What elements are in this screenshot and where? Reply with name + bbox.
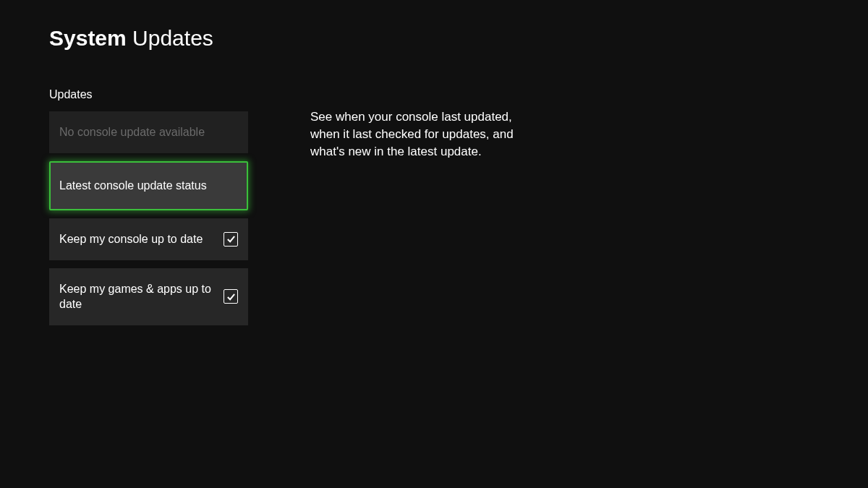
checkmark-icon <box>226 234 236 244</box>
keep-console-up-to-date-label: Keep my console up to date <box>59 231 224 247</box>
system-updates-page: System Updates Updates No console update… <box>0 0 868 359</box>
page-title: System Updates <box>49 26 819 51</box>
item-description: See when your console last updated, when… <box>310 108 527 160</box>
page-title-bold: System <box>49 26 127 50</box>
no-console-update-item: No console update available <box>49 111 248 153</box>
no-console-update-label: No console update available <box>59 124 238 140</box>
page-title-rest: Updates <box>132 26 213 50</box>
latest-console-update-status-item[interactable]: Latest console update status <box>49 161 248 210</box>
keep-games-apps-up-to-date-label: Keep my games & apps up to date <box>59 281 224 312</box>
keep-console-checkbox[interactable] <box>224 232 238 247</box>
keep-console-up-to-date-item[interactable]: Keep my console up to date <box>49 218 248 260</box>
content-row: Updates No console update available Late… <box>49 88 819 333</box>
updates-section-label: Updates <box>49 88 248 101</box>
keep-games-apps-up-to-date-item[interactable]: Keep my games & apps up to date <box>49 268 248 325</box>
updates-column: Updates No console update available Late… <box>49 88 248 333</box>
checkmark-icon <box>226 292 236 301</box>
latest-console-update-status-label: Latest console update status <box>59 178 238 194</box>
description-column: See when your console last updated, when… <box>310 88 527 333</box>
keep-games-checkbox[interactable] <box>224 289 238 304</box>
